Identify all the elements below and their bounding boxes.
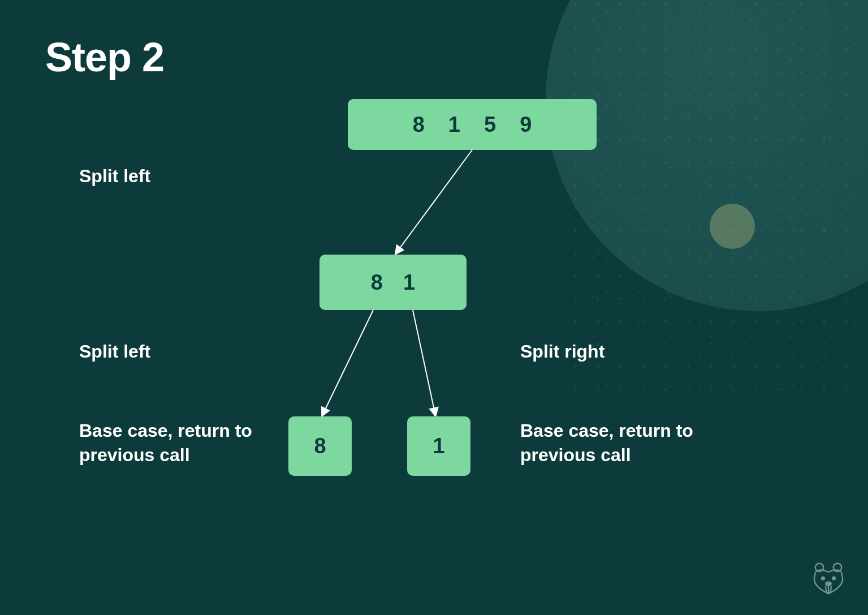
edge-mid-to-right bbox=[413, 310, 435, 415]
svg-point-4 bbox=[826, 582, 831, 586]
node-value: 8 bbox=[413, 113, 425, 137]
label-split-left-1: Split left bbox=[79, 164, 150, 188]
svg-point-3 bbox=[832, 577, 835, 580]
node-leaf-left: 8 bbox=[288, 416, 352, 476]
node-leaf-right: 1 bbox=[407, 416, 470, 476]
svg-point-2 bbox=[822, 577, 824, 580]
label-split-right: Split right bbox=[520, 339, 604, 364]
edge-root-to-mid bbox=[396, 150, 472, 253]
node-value: 1 bbox=[448, 113, 460, 137]
node-value: 5 bbox=[484, 113, 496, 137]
beaver-logo-icon bbox=[806, 558, 851, 604]
node-value: 8 bbox=[371, 270, 383, 295]
decorative-spot bbox=[710, 204, 755, 249]
label-base-case-left: Base case, return to previous call bbox=[79, 419, 277, 467]
edge-mid-to-left bbox=[322, 310, 373, 415]
node-value: 1 bbox=[403, 270, 415, 295]
node-value: 1 bbox=[433, 434, 444, 458]
node-value: 9 bbox=[520, 113, 532, 137]
label-base-case-right: Base case, return to previous call bbox=[520, 419, 729, 467]
node-root: 8 1 5 9 bbox=[348, 99, 597, 150]
node-value: 8 bbox=[314, 434, 326, 458]
decorative-circle bbox=[546, 0, 868, 311]
step-title: Step 2 bbox=[45, 34, 164, 80]
node-mid: 8 1 bbox=[319, 255, 467, 310]
decorative-texture bbox=[557, 0, 868, 396]
label-split-left-2: Split left bbox=[79, 339, 150, 364]
